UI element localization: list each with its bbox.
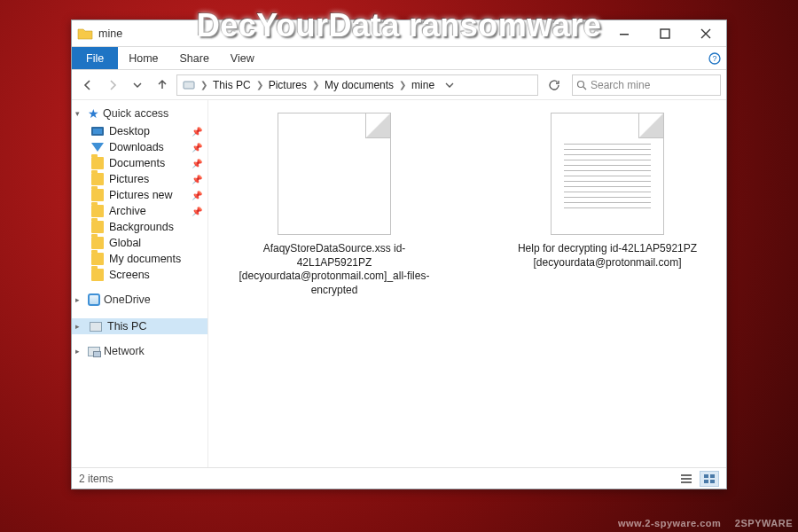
sidebar-item-pictures-new[interactable]: Pictures new📌 — [72, 187, 207, 203]
folder-icon — [91, 237, 104, 249]
sidebar-item-label: Desktop — [109, 125, 150, 137]
file-item[interactable]: AfaqyStoreDataSource.xss id-42L1AP5921PZ… — [224, 113, 444, 458]
sidebar-item-desktop[interactable]: Desktop📌 — [72, 123, 207, 139]
nav-forward[interactable] — [102, 74, 123, 96]
sidebar-item-label: Quick access — [103, 107, 168, 120]
file-name: AfaqyStoreDataSource.xss id-42L1AP5921PZ… — [224, 242, 444, 297]
help-icon[interactable]: ? — [703, 47, 726, 69]
tab-file[interactable]: File — [72, 47, 118, 69]
search-input[interactable]: Search mine — [572, 74, 721, 96]
sidebar-item-label: Archive — [109, 205, 146, 217]
breadcrumb-item[interactable]: Pictures — [267, 79, 309, 91]
sidebar-item-network[interactable]: ▸ Network — [72, 343, 207, 361]
desktop-icon — [91, 127, 104, 136]
view-icons-button[interactable] — [700, 471, 719, 487]
file-icon — [551, 113, 664, 235]
breadcrumb-item[interactable]: mine — [410, 79, 436, 91]
sidebar-item-screens[interactable]: Screens — [72, 267, 207, 283]
chevron-down-icon: ▾ — [75, 109, 84, 118]
chevron-right-icon: ❯ — [399, 80, 406, 90]
page-title: DecYourData ransomware — [0, 7, 798, 44]
chevron-right-icon: ❯ — [200, 80, 207, 90]
watermark-url: www.2-spyware.com — [618, 518, 721, 528]
sidebar-item-label: Screens — [109, 269, 150, 281]
svg-rect-8 — [681, 481, 692, 483]
nav-up[interactable] — [152, 74, 173, 96]
pin-icon: 📌 — [192, 191, 202, 200]
ribbon: File Home Share View ? — [72, 47, 726, 70]
search-icon — [576, 80, 587, 90]
sidebar-item-label: Pictures new — [109, 189, 173, 201]
folder-icon — [91, 157, 104, 169]
svg-text:?: ? — [712, 54, 716, 63]
sidebar-item-downloads[interactable]: Downloads📌 — [72, 139, 207, 155]
sidebar-item-label: Global — [109, 237, 141, 249]
watermark: www.2-spyware.com 2SPYWARE — [618, 518, 793, 528]
svg-rect-6 — [681, 474, 692, 476]
svg-rect-7 — [681, 478, 692, 480]
breadcrumb-dropdown[interactable] — [442, 75, 458, 95]
chevron-right-icon: ▸ — [75, 322, 84, 331]
sidebar-item-global[interactable]: Global — [72, 235, 207, 251]
onedrive-icon — [88, 293, 100, 306]
downloads-icon — [91, 143, 104, 152]
breadcrumb-root-icon[interactable] — [181, 79, 197, 91]
refresh-button[interactable] — [544, 74, 565, 96]
sidebar-item-this-pc[interactable]: ▸ This PC — [72, 318, 207, 334]
window-body: ▾ ★ Quick access Desktop📌 Downloads📌 Doc… — [72, 100, 726, 467]
breadcrumb-item[interactable]: This PC — [211, 79, 253, 91]
folder-icon — [91, 189, 104, 201]
chevron-right-icon: ❯ — [256, 80, 263, 90]
sidebar: ▾ ★ Quick access Desktop📌 Downloads📌 Doc… — [72, 100, 208, 467]
sidebar-group-quick-access: ▾ ★ Quick access Desktop📌 Downloads📌 Doc… — [72, 106, 207, 283]
sidebar-item-label: Pictures — [109, 173, 149, 185]
statusbar: 2 items — [72, 467, 726, 489]
breadcrumb[interactable]: ❯ This PC ❯ Pictures ❯ My documents ❯ mi… — [176, 74, 538, 96]
folder-icon — [91, 269, 104, 281]
sidebar-item-quick-access[interactable]: ▾ ★ Quick access — [72, 106, 207, 123]
svg-rect-12 — [710, 480, 715, 483]
svg-rect-10 — [710, 474, 715, 478]
folder-icon — [91, 221, 104, 233]
svg-rect-9 — [704, 474, 708, 478]
tab-share[interactable]: Share — [169, 47, 220, 69]
pin-icon: 📌 — [192, 159, 202, 168]
status-count: 2 items — [79, 473, 113, 485]
sidebar-item-backgrounds[interactable]: Backgrounds — [72, 219, 207, 235]
sidebar-group-network: ▸ Network — [72, 343, 207, 361]
chevron-right-icon: ▸ — [75, 295, 84, 304]
sidebar-item-documents[interactable]: Documents📌 — [72, 155, 207, 171]
pin-icon: 📌 — [192, 127, 202, 137]
pin-icon: 📌 — [192, 207, 202, 216]
file-name: Help for decrypting id-42L1AP5921PZ [dec… — [497, 242, 717, 270]
sidebar-item-my-documents[interactable]: My documents — [72, 251, 207, 267]
watermark-brand: 2SPYWARE — [735, 518, 793, 528]
tab-view[interactable]: View — [220, 47, 265, 69]
folder-icon — [91, 205, 104, 217]
sidebar-item-archive[interactable]: Archive📌 — [72, 203, 207, 219]
sidebar-item-label: My documents — [109, 253, 181, 265]
sidebar-item-label: Backgrounds — [109, 221, 174, 233]
svg-point-5 — [578, 81, 584, 87]
explorer-window: mine File Home Share View ? ❯ This PC ❯ … — [71, 20, 727, 489]
nav-back[interactable] — [77, 74, 98, 96]
chevron-right-icon: ▸ — [75, 347, 84, 356]
svg-rect-4 — [184, 82, 194, 89]
pin-icon: 📌 — [192, 143, 202, 153]
navbar: ❯ This PC ❯ Pictures ❯ My documents ❯ mi… — [72, 70, 726, 100]
sidebar-item-pictures[interactable]: Pictures📌 — [72, 171, 207, 187]
file-pane[interactable]: AfaqyStoreDataSource.xss id-42L1AP5921PZ… — [208, 100, 726, 467]
sidebar-item-label: OneDrive — [104, 293, 151, 306]
view-details-button[interactable] — [677, 471, 696, 487]
file-item[interactable]: Help for decrypting id-42L1AP5921PZ [dec… — [497, 113, 717, 458]
sidebar-item-onedrive[interactable]: ▸ OneDrive — [72, 292, 207, 309]
sidebar-item-label: This PC — [107, 320, 146, 332]
search-placeholder: Search mine — [591, 79, 650, 91]
sidebar-group-thispc: ▸ This PC — [72, 318, 207, 334]
sidebar-item-label: Downloads — [109, 141, 164, 153]
nav-recent[interactable] — [127, 74, 148, 96]
tab-home[interactable]: Home — [118, 47, 168, 69]
svg-rect-11 — [704, 480, 708, 483]
folder-icon — [91, 253, 104, 265]
breadcrumb-item[interactable]: My documents — [323, 79, 395, 91]
